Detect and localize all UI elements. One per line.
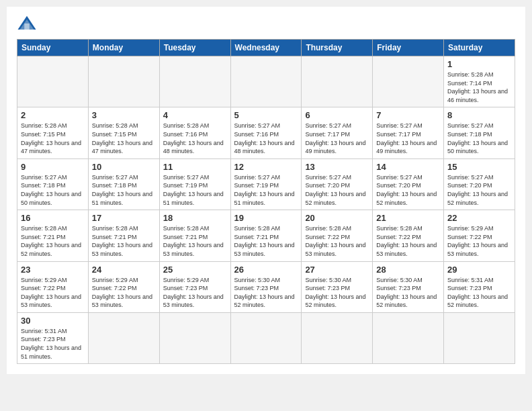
day-info: Sunrise: 5:31 AM Sunset: 7:23 PM Dayligh… <box>21 327 85 361</box>
day-number: 27 <box>305 265 369 275</box>
day-number: 26 <box>234 265 298 275</box>
calendar-cell <box>88 56 159 107</box>
calendar-cell: 17Sunrise: 5:28 AM Sunset: 7:21 PM Dayli… <box>88 210 159 261</box>
day-number: 15 <box>447 162 511 172</box>
day-info: Sunrise: 5:27 AM Sunset: 7:20 PM Dayligh… <box>447 173 511 207</box>
day-number: 17 <box>92 213 156 223</box>
weekday-header-tuesday: Tuesday <box>159 40 230 56</box>
day-info: Sunrise: 5:27 AM Sunset: 7:20 PM Dayligh… <box>305 173 369 207</box>
day-number: 4 <box>163 110 227 120</box>
calendar-week-5: 30Sunrise: 5:31 AM Sunset: 7:23 PM Dayli… <box>17 312 515 363</box>
day-info: Sunrise: 5:31 AM Sunset: 7:23 PM Dayligh… <box>447 276 511 310</box>
day-number: 16 <box>21 213 85 223</box>
calendar-cell: 30Sunrise: 5:31 AM Sunset: 7:23 PM Dayli… <box>17 312 89 363</box>
day-number: 7 <box>376 110 440 120</box>
calendar-cell <box>302 56 373 107</box>
weekday-header-wednesday: Wednesday <box>230 40 302 56</box>
day-info: Sunrise: 5:27 AM Sunset: 7:18 PM Dayligh… <box>447 122 511 155</box>
day-info: Sunrise: 5:29 AM Sunset: 7:22 PM Dayligh… <box>21 276 85 310</box>
day-number: 21 <box>376 213 440 223</box>
calendar-cell: 25Sunrise: 5:29 AM Sunset: 7:23 PM Dayli… <box>159 261 230 312</box>
day-info: Sunrise: 5:27 AM Sunset: 7:19 PM Dayligh… <box>163 173 227 207</box>
calendar-cell: 28Sunrise: 5:30 AM Sunset: 7:23 PM Dayli… <box>373 261 444 312</box>
day-number: 12 <box>234 162 298 172</box>
calendar-cell: 10Sunrise: 5:27 AM Sunset: 7:18 PM Dayli… <box>88 158 159 210</box>
calendar-cell: 14Sunrise: 5:27 AM Sunset: 7:20 PM Dayli… <box>373 158 444 210</box>
day-info: Sunrise: 5:28 AM Sunset: 7:21 PM Dayligh… <box>92 224 156 258</box>
day-info: Sunrise: 5:29 AM Sunset: 7:22 PM Dayligh… <box>447 224 511 258</box>
calendar-week-4: 23Sunrise: 5:29 AM Sunset: 7:22 PM Dayli… <box>17 261 515 312</box>
calendar-cell <box>230 56 302 107</box>
weekday-header-monday: Monday <box>88 40 159 56</box>
calendar-cell: 6Sunrise: 5:27 AM Sunset: 7:17 PM Daylig… <box>302 107 373 158</box>
day-info: Sunrise: 5:28 AM Sunset: 7:14 PM Dayligh… <box>447 71 511 104</box>
weekday-header-thursday: Thursday <box>302 40 373 56</box>
svg-rect-2 <box>24 24 30 30</box>
day-info: Sunrise: 5:27 AM Sunset: 7:16 PM Dayligh… <box>234 122 298 155</box>
day-number: 9 <box>21 162 85 172</box>
day-number: 14 <box>376 162 440 172</box>
calendar-cell: 22Sunrise: 5:29 AM Sunset: 7:22 PM Dayli… <box>444 210 515 261</box>
day-number: 10 <box>92 162 156 172</box>
calendar-cell: 23Sunrise: 5:29 AM Sunset: 7:22 PM Dayli… <box>17 261 89 312</box>
calendar-cell: 7Sunrise: 5:27 AM Sunset: 7:17 PM Daylig… <box>373 107 444 158</box>
calendar-cell <box>88 312 159 363</box>
day-info: Sunrise: 5:27 AM Sunset: 7:18 PM Dayligh… <box>21 173 85 207</box>
day-info: Sunrise: 5:27 AM Sunset: 7:19 PM Dayligh… <box>234 173 298 207</box>
day-number: 1 <box>447 59 511 69</box>
day-info: Sunrise: 5:29 AM Sunset: 7:23 PM Dayligh… <box>163 276 227 310</box>
day-info: Sunrise: 5:27 AM Sunset: 7:20 PM Dayligh… <box>376 173 440 207</box>
calendar-cell <box>444 312 515 363</box>
calendar-week-0: 1Sunrise: 5:28 AM Sunset: 7:14 PM Daylig… <box>17 56 515 107</box>
day-number: 3 <box>92 110 156 120</box>
day-number: 23 <box>21 265 85 275</box>
calendar-cell <box>17 56 89 107</box>
calendar-cell: 1Sunrise: 5:28 AM Sunset: 7:14 PM Daylig… <box>444 56 515 107</box>
weekday-header-saturday: Saturday <box>444 40 515 56</box>
day-number: 13 <box>305 162 369 172</box>
calendar-cell <box>373 312 444 363</box>
day-info: Sunrise: 5:29 AM Sunset: 7:22 PM Dayligh… <box>92 276 156 310</box>
day-info: Sunrise: 5:30 AM Sunset: 7:23 PM Dayligh… <box>376 276 440 310</box>
calendar-cell: 9Sunrise: 5:27 AM Sunset: 7:18 PM Daylig… <box>17 158 89 210</box>
calendar-cell: 5Sunrise: 5:27 AM Sunset: 7:16 PM Daylig… <box>230 107 302 158</box>
day-number: 8 <box>447 110 511 120</box>
day-info: Sunrise: 5:30 AM Sunset: 7:23 PM Dayligh… <box>305 276 369 310</box>
day-number: 20 <box>305 213 369 223</box>
calendar-cell: 20Sunrise: 5:28 AM Sunset: 7:22 PM Dayli… <box>302 210 373 261</box>
calendar-cell: 27Sunrise: 5:30 AM Sunset: 7:23 PM Dayli… <box>302 261 373 312</box>
day-info: Sunrise: 5:30 AM Sunset: 7:23 PM Dayligh… <box>234 276 298 310</box>
calendar-cell <box>302 312 373 363</box>
day-number: 22 <box>447 213 511 223</box>
logo <box>17 13 40 34</box>
day-number: 2 <box>21 110 85 120</box>
logo-icon <box>17 13 37 34</box>
calendar-cell <box>373 56 444 107</box>
day-info: Sunrise: 5:28 AM Sunset: 7:15 PM Dayligh… <box>21 122 85 155</box>
calendar-cell: 4Sunrise: 5:28 AM Sunset: 7:16 PM Daylig… <box>159 107 230 158</box>
calendar-cell: 29Sunrise: 5:31 AM Sunset: 7:23 PM Dayli… <box>444 261 515 312</box>
calendar-cell: 21Sunrise: 5:28 AM Sunset: 7:22 PM Dayli… <box>373 210 444 261</box>
day-number: 6 <box>305 110 369 120</box>
page: SundayMondayTuesdayWednesdayThursdayFrid… <box>7 7 525 374</box>
day-number: 18 <box>163 213 227 223</box>
weekday-header-friday: Friday <box>373 40 444 56</box>
day-info: Sunrise: 5:28 AM Sunset: 7:21 PM Dayligh… <box>234 224 298 258</box>
calendar-cell: 11Sunrise: 5:27 AM Sunset: 7:19 PM Dayli… <box>159 158 230 210</box>
calendar-table: SundayMondayTuesdayWednesdayThursdayFrid… <box>17 39 515 364</box>
calendar-cell: 13Sunrise: 5:27 AM Sunset: 7:20 PM Dayli… <box>302 158 373 210</box>
day-info: Sunrise: 5:28 AM Sunset: 7:21 PM Dayligh… <box>163 224 227 258</box>
calendar-cell: 18Sunrise: 5:28 AM Sunset: 7:21 PM Dayli… <box>159 210 230 261</box>
day-number: 24 <box>92 265 156 275</box>
calendar-cell: 19Sunrise: 5:28 AM Sunset: 7:21 PM Dayli… <box>230 210 302 261</box>
header <box>17 13 515 34</box>
calendar-cell: 8Sunrise: 5:27 AM Sunset: 7:18 PM Daylig… <box>444 107 515 158</box>
day-info: Sunrise: 5:27 AM Sunset: 7:17 PM Dayligh… <box>305 122 369 155</box>
calendar-cell: 2Sunrise: 5:28 AM Sunset: 7:15 PM Daylig… <box>17 107 89 158</box>
calendar-cell: 16Sunrise: 5:28 AM Sunset: 7:21 PM Dayli… <box>17 210 89 261</box>
day-info: Sunrise: 5:27 AM Sunset: 7:18 PM Dayligh… <box>92 173 156 207</box>
calendar-cell <box>159 312 230 363</box>
day-number: 28 <box>376 265 440 275</box>
day-number: 30 <box>21 316 85 326</box>
calendar-week-1: 2Sunrise: 5:28 AM Sunset: 7:15 PM Daylig… <box>17 107 515 158</box>
